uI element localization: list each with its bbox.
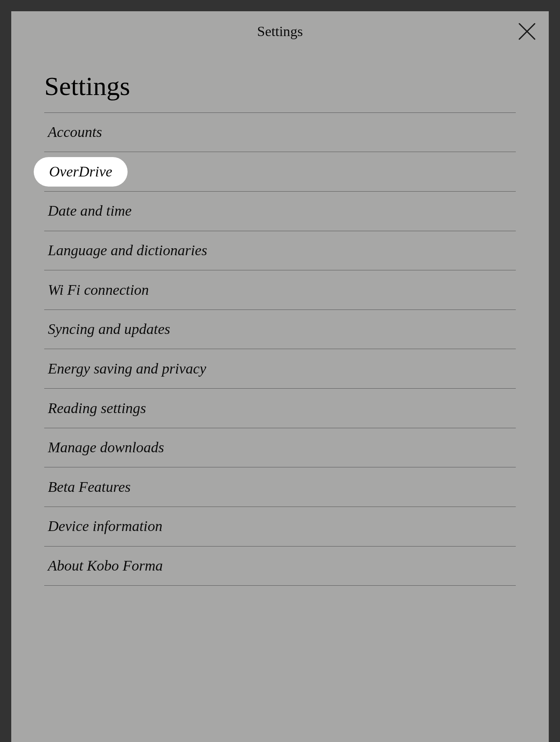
settings-item-label: Beta Features	[48, 479, 131, 495]
settings-item-accounts[interactable]: Accounts	[44, 113, 515, 152]
close-button[interactable]	[517, 21, 537, 42]
settings-item-label: Accounts	[48, 124, 102, 140]
settings-item-label: Reading settings	[48, 400, 146, 416]
settings-item-energy-saving-and-privacy[interactable]: Energy saving and privacy	[44, 349, 515, 389]
settings-item-manage-downloads[interactable]: Manage downloads	[44, 428, 515, 468]
settings-item-device-information[interactable]: Device information	[44, 507, 515, 547]
settings-menu: AccountsOverDriveOverDriveDate and timeL…	[44, 113, 515, 586]
device-screen: Settings Settings AccountsOverDriveOverD…	[11, 11, 549, 742]
settings-item-syncing-and-updates[interactable]: Syncing and updates	[44, 310, 515, 349]
header-title: Settings	[257, 23, 303, 40]
settings-item-overdrive[interactable]: OverDriveOverDrive	[44, 152, 515, 192]
settings-item-beta-features[interactable]: Beta Features	[44, 467, 515, 507]
highlight-pill: OverDrive	[34, 157, 128, 187]
content-area: Settings AccountsOverDriveOverDriveDate …	[11, 52, 549, 586]
settings-item-label: About Kobo Forma	[48, 557, 163, 574]
settings-item-label-highlight: OverDrive	[49, 163, 112, 180]
settings-item-date-and-time[interactable]: Date and time	[44, 192, 515, 231]
header-bar: Settings	[11, 11, 549, 52]
settings-item-reading-settings[interactable]: Reading settings	[44, 389, 515, 428]
close-icon	[517, 21, 537, 42]
settings-item-label: Date and time	[48, 202, 132, 219]
page-title: Settings	[44, 52, 515, 112]
settings-item-label: Device information	[48, 518, 162, 534]
settings-item-label: Manage downloads	[48, 439, 164, 455]
settings-item-label: Energy saving and privacy	[48, 360, 206, 377]
settings-item-wi-fi-connection[interactable]: Wi Fi connection	[44, 270, 515, 310]
settings-item-label: Wi Fi connection	[48, 282, 149, 298]
settings-item-about-kobo-forma[interactable]: About Kobo Forma	[44, 547, 515, 586]
settings-item-label: Syncing and updates	[48, 321, 170, 337]
settings-item-label: Language and dictionaries	[48, 242, 207, 258]
settings-item-language-and-dictionaries[interactable]: Language and dictionaries	[44, 231, 515, 271]
